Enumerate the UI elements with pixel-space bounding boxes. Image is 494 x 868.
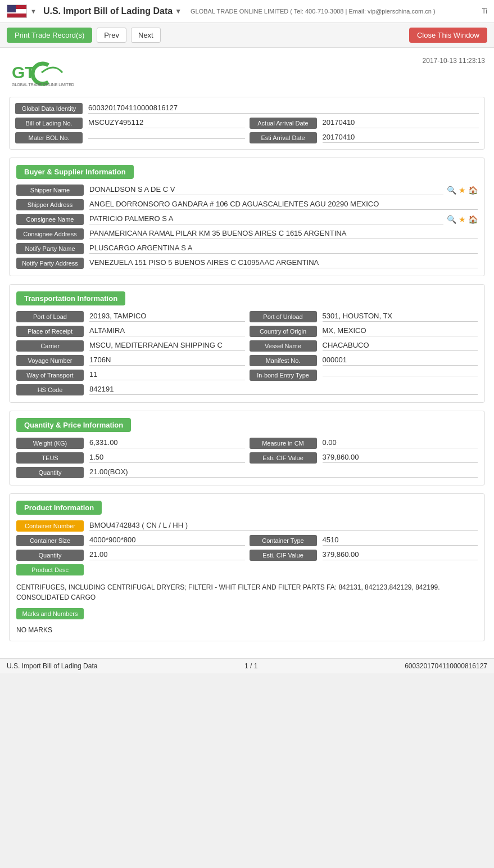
teus-label: TEUS — [16, 452, 84, 464]
shipper-search-icon[interactable]: 🔍 — [447, 186, 456, 195]
esti-arrival-date-value: 20170410 — [323, 133, 479, 143]
consignee-search-icon[interactable]: 🔍 — [447, 215, 456, 224]
identifiers-card: Global Data Identity 6003201704110000816… — [9, 97, 485, 150]
container-size-label: Container Size — [16, 535, 84, 546]
quantity-label: Quantity — [16, 467, 84, 478]
weight-label: Weight (KG) — [16, 438, 84, 449]
subtitle: GLOBAL TRADE ONLINE LIMITED ( Tel: 400-7… — [191, 8, 436, 15]
bill-of-lading-value: MSCUZY495112 — [88, 118, 245, 128]
hs-code-label: HS Code — [16, 384, 84, 395]
quantity-row: Quantity 21.00(BOX) — [16, 467, 478, 478]
close-window-button[interactable]: Close This Window — [409, 28, 487, 43]
notify-party-name-row: Notify Party Name PLUSCARGO ARGENTINA S … — [16, 243, 478, 254]
carrier-value: MSCU, MEDITERRANEAN SHIPPING C — [89, 341, 245, 351]
consignee-address-label: Consignee Address — [16, 228, 84, 240]
datetime: 2017-10-13 11:23:13 — [423, 57, 485, 65]
port-of-unload-label: Port of Unload — [250, 311, 317, 322]
measure-label: Measure in CM — [250, 438, 317, 449]
transportation-card: Transportation Information Port of Load … — [9, 284, 485, 403]
actual-arrival-right: Actual Arrival Date 20170410 — [250, 118, 479, 129]
container-size-value: 4000*900*800 — [89, 536, 245, 546]
voyage-left: Voyage Number 1706N — [16, 355, 245, 366]
consignee-name-row: Consignee Name PATRICIO PALMERO S A 🔍 ★ … — [16, 214, 478, 225]
shipper-name-label: Shipper Name — [16, 185, 84, 196]
esti-arrival-date-label: Esti Arrival Date — [250, 132, 317, 143]
shipper-home-icon[interactable]: 🏠 — [468, 186, 478, 195]
inbond-entry-value — [323, 375, 478, 376]
mater-bol-value — [88, 137, 245, 139]
product-cif-right: Esti. CIF Value 379,860.00 — [250, 550, 478, 561]
container-size-type-row: Container Size 4000*900*800 Container Ty… — [16, 535, 478, 546]
teus-value: 1.50 — [89, 453, 245, 463]
container-number-row: Container Number BMOU4742843 ( CN / L / … — [16, 520, 478, 532]
title-arrow[interactable]: ▼ — [175, 7, 182, 15]
top-right-label: Ti — [482, 7, 487, 15]
voyage-manifest-row: Voyage Number 1706N Manifest No. 000001 — [16, 355, 478, 366]
inbond-entry-label: In-bond Entry Type — [250, 370, 317, 381]
manifest-no-value: 000001 — [323, 356, 478, 366]
toolbar: Print Trade Record(s) Prev Next Close Th… — [0, 23, 494, 48]
us-flag-icon — [7, 5, 27, 18]
prev-button[interactable]: Prev — [97, 28, 126, 43]
carrier-label: Carrier — [16, 340, 84, 352]
country-of-origin-value: MX, MEXICO — [323, 326, 478, 336]
manifest-right: Manifest No. 000001 — [250, 355, 478, 366]
consignee-star-icon[interactable]: ★ — [459, 215, 466, 224]
actual-arrival-date-label: Actual Arrival Date — [250, 118, 317, 129]
svg-text:G: G — [12, 63, 25, 82]
product-quantity-cif-row: Quantity 21.00 Esti. CIF Value 379,860.0… — [16, 550, 478, 561]
quantity-value: 21.00(BOX) — [89, 467, 478, 478]
weight-value: 6,331.00 — [89, 438, 245, 448]
bol-row: Bill of Lading No. MSCUZY495112 Actual A… — [15, 118, 479, 129]
transport-inbond-row: Way of Transport 11 In-bond Entry Type — [16, 370, 478, 381]
buyer-supplier-title: Buyer & Supplier Information — [16, 165, 134, 179]
global-data-identity-row: Global Data Identity 6003201704110000816… — [15, 103, 479, 114]
consignee-home-icon[interactable]: 🏠 — [468, 215, 478, 224]
way-of-transport-label: Way of Transport — [16, 370, 84, 381]
product-quantity-left: Quantity 21.00 — [16, 550, 245, 561]
product-desc-label: Product Desc — [16, 564, 84, 575]
container-type-right: Container Type 4510 — [250, 535, 478, 546]
notify-party-name-value: PLUSCARGO ARGENTINA S A — [89, 244, 478, 254]
carrier-left: Carrier MSCU, MEDITERRANEAN SHIPPING C — [16, 340, 245, 352]
footer-right: 6003201704110000816127 — [405, 662, 487, 670]
print-button[interactable]: Print Trade Record(s) — [7, 28, 92, 43]
hs-code-row: HS Code 842191 — [16, 384, 478, 395]
port-of-load-value: 20193, TAMPICO — [89, 312, 245, 322]
manifest-no-label: Manifest No. — [250, 355, 317, 366]
container-type-value: 4510 — [323, 536, 478, 546]
transportation-title: Transportation Information — [16, 291, 125, 305]
logo-row: G T GLOBAL TRADE ONLINE LIMITED 2017-10-… — [9, 57, 485, 88]
footer-left: U.S. Import Bill of Lading Data — [7, 662, 97, 670]
shipper-address-row: Shipper Address ANGEL DORRONSORO GANDARA… — [16, 199, 478, 210]
page-title: U.S. Import Bill of Lading Data — [43, 6, 173, 16]
flag-dropdown-arrow[interactable]: ▼ — [30, 8, 37, 15]
transport-left: Way of Transport 11 — [16, 370, 245, 381]
global-data-identity-label: Global Data Identity — [15, 103, 83, 114]
product-esti-cif-value: 379,860.00 — [323, 550, 478, 560]
container-number-value: BMOU4742843 ( CN / L / HH ) — [89, 521, 478, 531]
country-of-origin-label: Country of Origin — [250, 326, 317, 337]
teus-left: TEUS 1.50 — [16, 452, 245, 464]
product-quantity-value: 21.00 — [89, 550, 245, 560]
footer-center: 1 / 1 — [244, 662, 257, 670]
esti-cif-right: Esti. CIF Value 379,860.00 — [250, 452, 478, 464]
port-load-left: Port of Load 20193, TAMPICO — [16, 311, 245, 322]
mater-bol-label: Mater BOL No. — [15, 132, 83, 143]
port-of-unload-value: 5301, HOUSTON, TX — [323, 312, 478, 322]
mater-bol-row: Mater BOL No. Esti Arrival Date 20170410 — [15, 132, 479, 143]
svg-text:GLOBAL TRADE ONLINE LIMITED: GLOBAL TRADE ONLINE LIMITED — [12, 83, 74, 87]
shipper-address-value: ANGEL DORRONSORO GANDARA # 106 CD AGUASC… — [89, 200, 478, 210]
shipper-icons: 🔍 ★ 🏠 — [447, 186, 478, 195]
weight-measure-row: Weight (KG) 6,331.00 Measure in CM 0.00 — [16, 438, 478, 449]
main-content: G T GLOBAL TRADE ONLINE LIMITED 2017-10-… — [0, 48, 494, 658]
next-button[interactable]: Next — [131, 28, 161, 43]
inbond-right: In-bond Entry Type — [250, 370, 478, 381]
vessel-right: Vessel Name CHACABUCO — [250, 340, 478, 352]
buyer-supplier-card: Buyer & Supplier Information Shipper Nam… — [9, 158, 485, 276]
notify-party-address-value: VENEZUELA 151 PISO 5 BUENOS AIRES C C109… — [89, 258, 478, 268]
voyage-number-label: Voyage Number — [16, 355, 84, 366]
shipper-name-value: DONALDSON S A DE C V — [89, 185, 443, 195]
shipper-star-icon[interactable]: ★ — [459, 186, 466, 195]
port-of-load-label: Port of Load — [16, 311, 84, 322]
